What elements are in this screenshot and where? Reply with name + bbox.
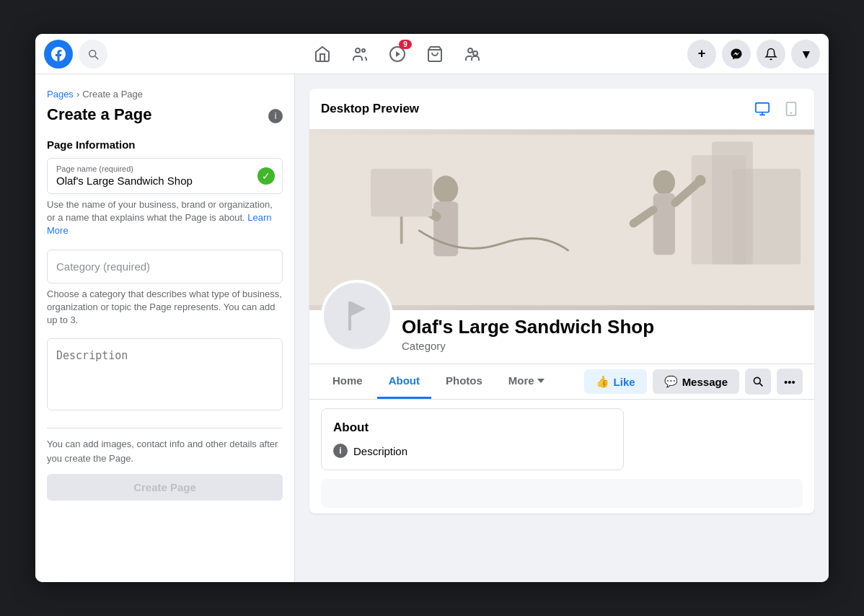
page-name-input-wrap: Page name (required) ✓	[47, 158, 283, 194]
watch-badge: 9	[399, 40, 412, 49]
svg-point-0	[356, 48, 360, 53]
desktop-icon[interactable]	[751, 97, 774, 120]
message-icon: 💬	[664, 375, 678, 388]
breadcrumb-pages[interactable]: Pages	[47, 89, 74, 100]
profile-info-row: Olaf's Large Sandwich Shop Category	[321, 310, 803, 352]
svg-point-24	[695, 175, 705, 186]
svg-rect-15	[732, 169, 801, 264]
profile-section: Olaf's Large Sandwich Shop Category	[309, 310, 814, 364]
device-icons	[751, 97, 803, 120]
tab-photos[interactable]: Photos	[434, 364, 494, 399]
svg-rect-27	[348, 302, 351, 330]
message-button[interactable]: 💬 Message	[653, 369, 739, 394]
account-menu-btn[interactable]: ▾	[791, 40, 820, 69]
profile-category: Category	[402, 340, 803, 352]
profile-text: Olaf's Large Sandwich Shop Category	[402, 310, 803, 352]
nav-friends[interactable]	[343, 37, 377, 71]
tab-actions: 👍 Like 💬 Message •••	[584, 369, 803, 395]
mobile-icon[interactable]	[780, 97, 803, 120]
nav-groups[interactable]	[455, 37, 490, 71]
search-tab-button[interactable]	[745, 369, 771, 395]
page-title: Create a Page	[47, 105, 152, 124]
facebook-logo[interactable]	[44, 40, 73, 69]
svg-rect-7	[756, 103, 769, 113]
create-page-button[interactable]: Create Page	[47, 474, 283, 501]
about-dropdown-title: About	[333, 421, 612, 435]
main-content: Pages › Create a Page Create a Page i Pa…	[35, 74, 829, 582]
category-group: Category (required) Choose a category th…	[47, 250, 283, 327]
category-input[interactable]: Category (required)	[47, 250, 283, 283]
page-name-input[interactable]	[56, 175, 273, 187]
create-btn[interactable]: +	[687, 40, 716, 69]
svg-line-30	[759, 384, 762, 387]
svg-point-16	[433, 176, 458, 203]
svg-point-1	[362, 49, 365, 52]
category-help: Choose a category that describes what ty…	[47, 288, 283, 327]
page-name-group: Page name (required) ✓ Use the name of y…	[47, 158, 283, 238]
svg-rect-17	[433, 201, 458, 256]
bottom-help: You can add images, contact info and oth…	[47, 428, 283, 465]
svg-point-21	[653, 170, 675, 195]
nav-right: + ▾	[687, 40, 820, 69]
right-panel: Desktop Preview	[295, 74, 829, 582]
search-button[interactable]	[79, 40, 107, 69]
messenger-btn[interactable]	[722, 40, 751, 69]
more-tab-button[interactable]: •••	[777, 369, 803, 395]
nav-center: 9	[113, 37, 682, 71]
tab-more[interactable]: More	[497, 364, 556, 399]
info-icon[interactable]: i	[268, 109, 283, 123]
page-name-help: Use the name of your business, brand or …	[47, 198, 283, 238]
notifications-btn[interactable]	[757, 40, 785, 69]
breadcrumb-current: Create a Page	[82, 89, 143, 100]
page-name-label: Page name (required)	[56, 164, 273, 173]
left-panel: Pages › Create a Page Create a Page i Pa…	[35, 74, 295, 582]
breadcrumb: Pages › Create a Page	[47, 89, 283, 100]
svg-point-6	[473, 51, 477, 56]
section-title: Page Information	[47, 138, 283, 151]
about-info-icon: i	[333, 444, 348, 458]
preview-title: Desktop Preview	[321, 102, 419, 116]
page-tabs: Home About Photos More 👍 Like 💬	[309, 364, 814, 400]
svg-rect-19	[371, 169, 432, 216]
description-input[interactable]	[47, 338, 283, 410]
cover-photo	[309, 130, 814, 310]
nav-watch[interactable]: 9	[380, 37, 415, 71]
description-group	[47, 338, 283, 413]
name-check-icon: ✓	[257, 167, 275, 185]
tab-about[interactable]: About	[377, 364, 431, 399]
svg-point-29	[754, 378, 760, 384]
profile-avatar	[321, 280, 393, 352]
like-thumb-icon: 👍	[596, 375, 609, 388]
like-label: Like	[614, 376, 635, 388]
preview-card: Desktop Preview	[309, 89, 814, 514]
nav-marketplace[interactable]	[418, 37, 452, 71]
top-navigation: 9 + ▾	[35, 34, 829, 74]
about-dropdown: About i Description	[321, 408, 624, 470]
profile-name: Olaf's Large Sandwich Shop	[402, 316, 803, 338]
about-description-label: Description	[353, 445, 407, 457]
like-button[interactable]: 👍 Like	[584, 369, 647, 394]
preview-header: Desktop Preview	[309, 89, 814, 130]
tab-home[interactable]: Home	[321, 364, 374, 399]
message-label: Message	[682, 376, 728, 388]
breadcrumb-separator: ›	[76, 89, 79, 100]
svg-marker-3	[396, 51, 400, 57]
nav-home[interactable]	[305, 37, 340, 71]
content-placeholder	[321, 479, 803, 508]
svg-point-5	[468, 48, 472, 53]
svg-rect-26	[328, 287, 386, 345]
about-dropdown-item: i Description	[333, 444, 612, 458]
